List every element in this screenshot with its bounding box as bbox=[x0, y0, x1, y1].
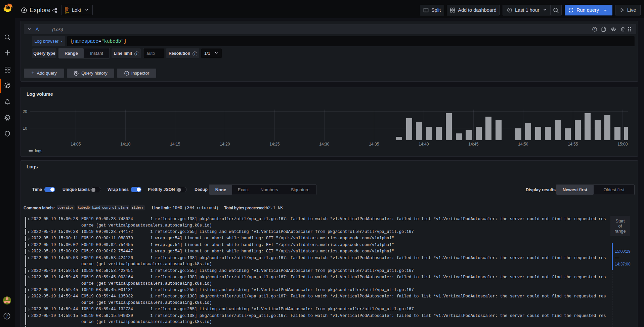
svg-text:?: ? bbox=[594, 28, 596, 31]
svg-text:i: i bbox=[126, 72, 127, 75]
svg-text:?: ? bbox=[6, 314, 8, 319]
svg-text:i: i bbox=[195, 52, 196, 55]
svg-text:i: i bbox=[136, 52, 137, 55]
